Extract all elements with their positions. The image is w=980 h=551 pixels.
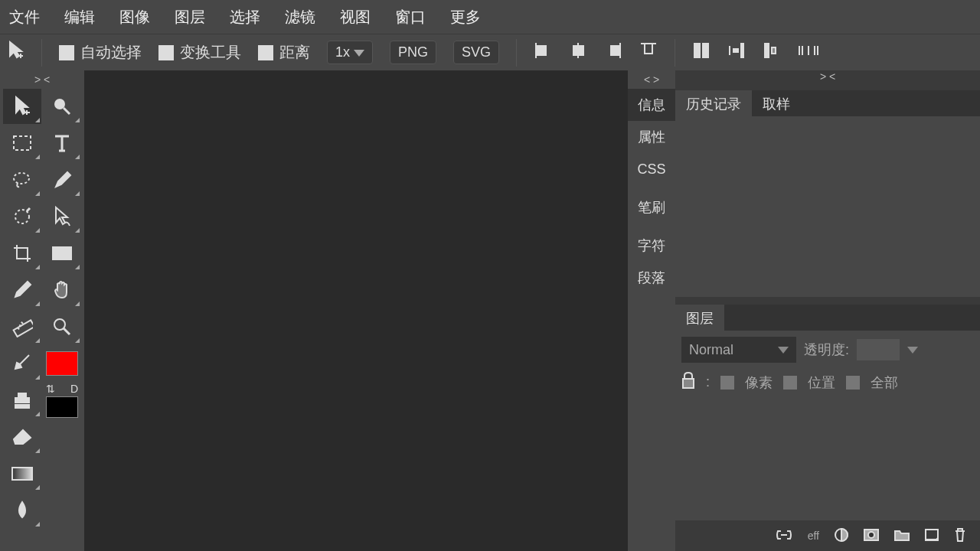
svg-point-6	[54, 319, 65, 330]
menu-select[interactable]: 选择	[230, 7, 260, 28]
opacity-input[interactable]	[857, 339, 900, 360]
align-right-icon[interactable]	[604, 41, 622, 64]
swap-colors-icon: ⇅	[46, 383, 55, 395]
blur-tool[interactable]	[3, 493, 41, 528]
rpan-dock-toggle[interactable]: > <	[675, 70, 980, 90]
default-colors-icon: D	[70, 383, 78, 395]
pen-tool[interactable]	[43, 162, 81, 197]
background-color[interactable]: ⇅D	[43, 383, 81, 418]
svg-rect-4	[53, 247, 71, 259]
canvas-area[interactable]	[84, 70, 628, 551]
eraser-tool[interactable]	[3, 419, 41, 455]
zoom-tool[interactable]	[43, 309, 81, 344]
lock-all-checkbox[interactable]	[846, 376, 860, 390]
layer-mask-icon[interactable]	[864, 529, 879, 543]
align-center-h-icon[interactable]	[569, 41, 587, 64]
tab-info[interactable]: 信息	[628, 89, 675, 121]
blend-mode-dropdown[interactable]: Normal	[681, 337, 796, 363]
adjustment-layer-icon[interactable]	[835, 528, 848, 544]
svg-point-12	[868, 532, 874, 538]
menu-file[interactable]: 文件	[9, 7, 40, 28]
transform-checkbox[interactable]: 变换工具	[158, 42, 241, 63]
tab-history[interactable]: 历史记录	[675, 90, 752, 116]
align-left-icon[interactable]	[534, 41, 552, 64]
menu-window[interactable]: 窗口	[395, 7, 426, 28]
brush-tool[interactable]	[3, 346, 41, 381]
history-panel-body	[675, 116, 980, 297]
delete-layer-icon[interactable]	[954, 528, 966, 544]
clone-stamp-tool[interactable]	[3, 383, 41, 418]
hand-tool[interactable]	[43, 272, 81, 308]
tab-brush[interactable]: 笔刷	[628, 191, 675, 223]
layers-list[interactable]	[675, 403, 980, 520]
marquee-tool[interactable]	[3, 126, 41, 161]
auto-select-checkbox[interactable]: 自动选择	[59, 42, 142, 63]
tab-paragraph[interactable]: 段落	[628, 262, 675, 294]
type-tool[interactable]	[43, 126, 81, 161]
tab-sample[interactable]: 取样	[752, 90, 801, 116]
align-top-icon[interactable]	[639, 41, 658, 64]
distribute-2-icon[interactable]	[727, 41, 746, 64]
layers-panel-tabs: 图层	[675, 305, 980, 331]
tab-layers[interactable]: 图层	[675, 305, 724, 331]
layers-panel-header: Normal 透明度: : 像素 位置 全部	[675, 331, 980, 403]
new-folder-icon[interactable]	[894, 529, 910, 543]
svg-rect-7	[15, 405, 29, 408]
svg-rect-8	[12, 468, 32, 480]
magnify-tool[interactable]	[43, 89, 81, 124]
distribute-3-icon[interactable]	[763, 41, 781, 64]
menu-layer[interactable]: 图层	[175, 7, 205, 28]
options-bar: 自动选择 变换工具 距离 1x PNG SVG	[0, 34, 980, 70]
menu-image[interactable]: 图像	[119, 7, 150, 28]
history-panel-tabs: 历史记录 取样	[675, 90, 980, 116]
tab-css[interactable]: CSS	[628, 153, 675, 185]
svg-point-2	[14, 173, 29, 184]
svg-rect-5	[14, 320, 33, 337]
svg-rect-1	[14, 136, 31, 150]
svg-rect-13	[926, 530, 938, 540]
crop-tool[interactable]	[3, 236, 41, 271]
tabs-dock-toggle[interactable]: < >	[628, 73, 675, 86]
layer-effects-button[interactable]: eff	[808, 530, 819, 542]
opacity-dropdown-icon[interactable]	[907, 347, 918, 354]
move-tool[interactable]	[3, 89, 41, 124]
path-select-tool[interactable]	[43, 199, 81, 234]
export-svg-button[interactable]: SVG	[453, 41, 499, 64]
export-png-button[interactable]: PNG	[390, 41, 436, 64]
export-zoom-dropdown[interactable]: 1x	[327, 41, 373, 64]
distribute-4-icon[interactable]	[798, 41, 819, 64]
tab-props[interactable]: 属性	[628, 121, 675, 153]
opacity-label: 透明度:	[804, 341, 849, 359]
distance-checkbox[interactable]: 距离	[258, 42, 310, 63]
rectangle-tool[interactable]	[43, 236, 81, 271]
move-tool-icon	[8, 41, 24, 64]
tools-sidebar: > < ⇅D	[0, 70, 84, 551]
eyedropper-tool[interactable]	[3, 272, 41, 308]
foreground-color[interactable]	[43, 346, 81, 381]
lasso-tool[interactable]	[3, 162, 41, 197]
menu-edit[interactable]: 编辑	[64, 7, 95, 28]
layers-footer: eff	[675, 520, 980, 551]
lock-pixels-checkbox[interactable]	[720, 376, 734, 390]
right-panels: > < 历史记录 取样 图层 Normal 透明度: : 像素 位置 全部	[675, 70, 980, 551]
svg-rect-9	[683, 379, 694, 388]
menu-view[interactable]: 视图	[340, 7, 371, 28]
new-layer-icon[interactable]	[925, 529, 939, 543]
lock-position-checkbox[interactable]	[783, 376, 797, 390]
menu-bar: 文件 编辑 图像 图层 选择 滤镜 视图 窗口 更多	[0, 0, 980, 34]
ruler-tool[interactable]	[3, 309, 41, 344]
collapsed-panels: < > 信息 属性 CSS 笔刷 字符 段落	[628, 70, 675, 551]
menu-more[interactable]: 更多	[450, 7, 481, 28]
tab-character[interactable]: 字符	[628, 230, 675, 262]
menu-filter[interactable]: 滤镜	[285, 7, 315, 28]
link-layers-icon[interactable]	[776, 530, 792, 543]
svg-point-3	[15, 210, 29, 223]
magic-wand-tool[interactable]	[3, 199, 41, 234]
distribute-1-icon[interactable]	[692, 41, 710, 64]
tools-dock-toggle[interactable]: > <	[0, 73, 84, 86]
svg-point-0	[54, 99, 65, 109]
lock-icon	[681, 372, 695, 393]
gradient-tool[interactable]	[3, 456, 41, 491]
